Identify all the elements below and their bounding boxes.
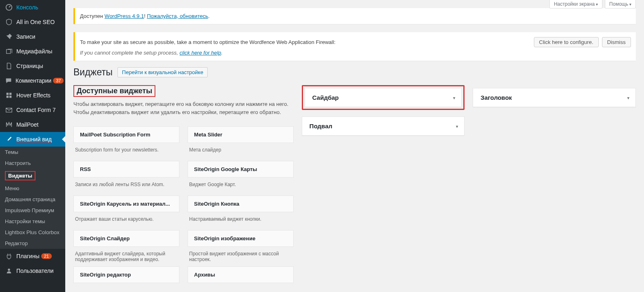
- screen-options-button[interactable]: Настройки экрана: [549, 0, 602, 9]
- wf-configure-button[interactable]: Click here to configure.: [534, 37, 599, 47]
- menu-label: Медиафайлы: [16, 48, 52, 55]
- svg-rect-2: [7, 93, 9, 95]
- sub-lightbox[interactable]: Lightbox Plus Colorbox: [0, 227, 65, 238]
- sub-homepage[interactable]: Домашняя страница: [0, 194, 65, 205]
- wf-message: To make your site as secure as possible,…: [80, 39, 336, 45]
- widget-grid: MailPoet Subscription FormSubscription f…: [73, 122, 294, 283]
- sub-customize[interactable]: Настроить: [0, 158, 65, 169]
- svg-rect-4: [7, 96, 9, 98]
- menu-users[interactable]: Пользователи: [0, 263, 65, 278]
- sidebar-area-highlight: Сайдбар: [302, 85, 465, 110]
- menu-label: Комментарии: [15, 77, 51, 84]
- screen-meta: Настройки экрана Помощь: [549, 0, 636, 9]
- widget-item[interactable]: SiteOrigin Google Карты: [188, 161, 294, 178]
- menu-label: Hover Effects: [16, 92, 51, 99]
- please-update-link[interactable]: Пожалуйста, обновитесь: [147, 13, 208, 19]
- widget-desc: Простой виджет изображения с массой наст…: [188, 247, 294, 262]
- widget-desc: Записи из любой ленты RSS или Atom.: [73, 178, 179, 191]
- content-area: Настройки экрана Помощь Доступен WordPre…: [65, 0, 644, 292]
- users-icon: [5, 267, 13, 275]
- menu-label: All in One SEO: [16, 19, 55, 25]
- update-notice: Доступен WordPress 4.9.1! Пожалуйста, об…: [73, 8, 636, 24]
- sub-widgets[interactable]: Виджеты: [0, 169, 65, 183]
- appearance-submenu: Темы Настроить Виджеты Меню Домашняя стр…: [0, 147, 65, 249]
- menu-mailpoet[interactable]: MailPoet: [0, 117, 65, 132]
- available-widgets-column: Доступные виджеты Чтобы активировать вид…: [73, 85, 294, 283]
- menu-label: Плагины: [16, 253, 40, 259]
- shield-icon: [5, 18, 13, 26]
- wf-sub-suffix: .: [221, 50, 223, 56]
- menu-label: Contact Form 7: [16, 107, 55, 113]
- visual-customize-button[interactable]: Перейти к визуальной настройке: [117, 67, 208, 77]
- wf-help-link[interactable]: click here for help: [179, 50, 221, 56]
- widget-area-footer[interactable]: Подвал: [302, 116, 465, 136]
- dashboard-icon: [5, 3, 13, 11]
- help-button[interactable]: Помощь: [605, 0, 636, 9]
- pin-icon: [5, 33, 13, 41]
- widget-desc: Мета слайдер: [188, 143, 294, 157]
- svg-rect-1: [7, 50, 11, 54]
- comment-icon: [5, 77, 12, 85]
- sub-themes[interactable]: Темы: [0, 147, 65, 158]
- menu-hover-effects[interactable]: Hover Effects: [0, 88, 65, 103]
- wf-sub-prefix: If you cannot complete the setup process…: [80, 50, 179, 56]
- widget-desc: Настраиваемый виджет кнопки.: [188, 212, 294, 226]
- menu-comments[interactable]: Комментарии 37: [0, 73, 65, 88]
- widget-desc: Виджет Google Карт.: [188, 178, 294, 191]
- wp-version-link[interactable]: WordPress 4.9.1: [104, 13, 144, 19]
- widget-desc: Отражает ваши статьи каруселью.: [73, 212, 179, 226]
- widget-item[interactable]: SiteOrigin Кнопка: [188, 195, 294, 212]
- widget-item[interactable]: Meta Slider: [188, 126, 294, 143]
- update-prefix: Доступен: [80, 13, 104, 19]
- grid-icon: [5, 91, 13, 99]
- svg-rect-3: [9, 93, 11, 95]
- svg-rect-5: [9, 96, 11, 98]
- sub-widgets-label: Виджеты: [5, 171, 35, 180]
- menu-aioseo[interactable]: All in One SEO: [0, 15, 65, 29]
- available-widgets-desc: Чтобы активировать виджет, перетащите ег…: [73, 100, 294, 116]
- available-widgets-heading: Доступные виджеты: [73, 85, 155, 97]
- menu-label: Консоль: [16, 4, 38, 11]
- widget-item[interactable]: MailPoet Subscription Form: [73, 126, 179, 143]
- widget-item[interactable]: Архивы: [188, 266, 294, 283]
- widget-area-sidebar[interactable]: Сайдбар: [305, 88, 462, 107]
- widget-area-title: Подвал: [302, 117, 465, 135]
- plugins-badge: 21: [41, 253, 52, 259]
- page-header: Виджеты Перейти к визуальной настройке: [73, 67, 636, 78]
- page-title: Виджеты: [73, 67, 113, 78]
- menu-appearance[interactable]: Внешний вид: [0, 132, 65, 147]
- mail-icon: [5, 106, 13, 114]
- menu-console[interactable]: Консоль: [0, 0, 65, 15]
- menu-pages[interactable]: Страницы: [0, 59, 65, 73]
- menu-label: Внешний вид: [16, 136, 52, 143]
- plugin-icon: [5, 252, 13, 260]
- sub-menus[interactable]: Меню: [0, 183, 65, 194]
- wordfence-notice: To make your site as secure as possible,…: [73, 32, 636, 61]
- widget-item[interactable]: SiteOrigin Карусель из материал...: [73, 195, 179, 212]
- widget-desc: Адаптивный виджет слайдера, который подд…: [73, 247, 179, 262]
- widget-item[interactable]: RSS: [73, 161, 179, 178]
- sub-impulsweb[interactable]: Impulsweb Премиум: [0, 205, 65, 216]
- menu-posts[interactable]: Записи: [0, 29, 65, 44]
- menu-label: MailPoet: [16, 121, 38, 128]
- widget-area-title: Сайдбар: [305, 88, 462, 107]
- widget-areas-col-2: Заголовок: [473, 85, 636, 283]
- update-suffix: .: [208, 13, 210, 19]
- menu-media[interactable]: Медиафайлы: [0, 44, 65, 59]
- menu-plugins[interactable]: Плагины 21: [0, 249, 65, 263]
- menu-label: Записи: [16, 33, 35, 40]
- sub-theme-settings[interactable]: Настройки темы: [0, 216, 65, 227]
- widget-item[interactable]: SiteOrigin Слайдер: [73, 230, 179, 247]
- admin-sidebar: Консоль All in One SEO Записи Медиафайлы…: [0, 0, 65, 292]
- widget-area-header[interactable]: Заголовок: [473, 88, 636, 107]
- sub-editor[interactable]: Редактор: [0, 238, 65, 249]
- media-icon: [5, 47, 13, 55]
- widget-item[interactable]: SiteOrigin изображение: [188, 230, 294, 247]
- mailpoet-icon: [5, 121, 13, 129]
- widget-item[interactable]: SiteOrigin редактор: [73, 266, 179, 283]
- page-icon: [5, 62, 13, 70]
- menu-cf7[interactable]: Contact Form 7: [0, 103, 65, 117]
- wf-dismiss-button[interactable]: Dismiss: [602, 37, 631, 47]
- widget-desc: Subscription form for your newsletters.: [73, 143, 179, 157]
- menu-label: Пользователи: [16, 268, 53, 274]
